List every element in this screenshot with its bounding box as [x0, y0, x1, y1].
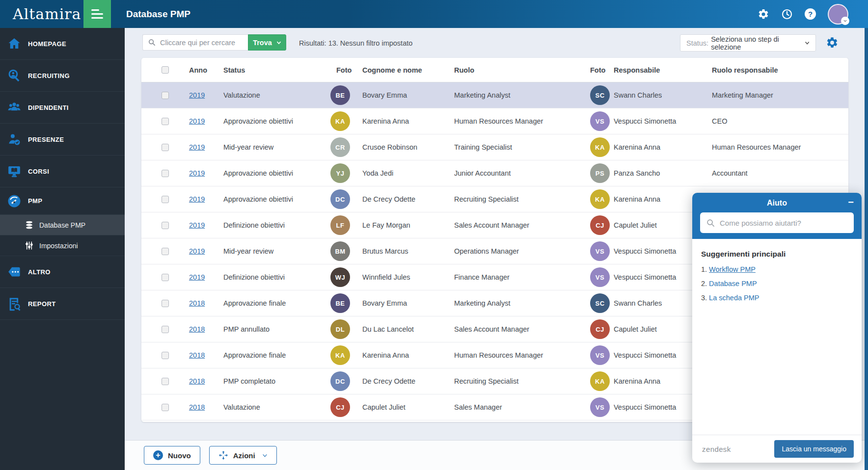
- column-header-ruolo-responsabile[interactable]: Ruolo responsabile: [712, 66, 848, 74]
- logo-area[interactable]: Altamira: [0, 0, 83, 28]
- app-window: Altamira Database PMP ? HOMEPAGE: [0, 0, 868, 470]
- toolbar: Cliccare qui per cercare Trova Risultati…: [125, 28, 868, 58]
- history-clock-icon[interactable]: [781, 8, 793, 20]
- anno-link[interactable]: 2019: [189, 273, 205, 281]
- status-filter-value: Seleziona uno step di selezione: [711, 35, 805, 51]
- table-row[interactable]: 2019 Valutazione BE Bovary Emma Marketin…: [141, 82, 848, 108]
- sidebar-item-altro[interactable]: ALTRO: [0, 256, 125, 288]
- row-checkbox[interactable]: [162, 274, 169, 281]
- employee-avatar: WJ: [330, 267, 350, 287]
- row-checkbox[interactable]: [162, 92, 169, 99]
- employee-name-cell: Karenina Anna: [362, 117, 454, 125]
- employee-avatar: BE: [330, 293, 350, 313]
- column-header-cognome[interactable]: Cognome e nome: [362, 66, 454, 74]
- anno-link[interactable]: 2019: [189, 91, 205, 99]
- employee-avatar: BM: [330, 241, 350, 261]
- status-cell: Mid-year review: [223, 143, 330, 151]
- row-checkbox[interactable]: [162, 404, 169, 411]
- column-header-anno[interactable]: Anno: [189, 66, 223, 74]
- status-cell: Valutazione: [223, 403, 330, 411]
- manager-avatar: KA: [590, 189, 610, 209]
- sidebar-item-corsi[interactable]: CORSI: [0, 156, 125, 187]
- manager-name-cell: Swann Charles: [614, 91, 712, 99]
- role-cell: Recruiting Specialist: [454, 195, 590, 203]
- column-header-foto2: Foto: [590, 66, 614, 74]
- column-header-status[interactable]: Status: [223, 66, 330, 74]
- leave-message-button[interactable]: Lascia un messaggio: [774, 440, 854, 458]
- row-checkbox[interactable]: [162, 300, 169, 307]
- actions-button[interactable]: Azioni: [209, 446, 277, 465]
- status-cell: Approvazione obiettivi: [223, 195, 330, 203]
- find-button[interactable]: Trova: [248, 34, 286, 51]
- sidebar-item-database-pmp[interactable]: Database PMP: [0, 215, 125, 235]
- anno-link[interactable]: 2019: [189, 247, 205, 255]
- sidebar-item-recruiting[interactable]: RECRUITING: [0, 60, 125, 92]
- suggestion-link-la-scheda-pmp[interactable]: La scheda PMP: [709, 294, 759, 302]
- sidebar-item-label: CORSI: [28, 168, 49, 175]
- employee-name-cell: Le Fay Morgan: [362, 221, 454, 229]
- anno-link[interactable]: 2018: [189, 403, 205, 411]
- row-checkbox[interactable]: [162, 352, 169, 359]
- column-header-responsabile[interactable]: Responsabile: [614, 66, 712, 74]
- sidebar-item-presenze[interactable]: PRESENZE: [0, 124, 125, 156]
- column-header-ruolo[interactable]: Ruolo: [454, 66, 590, 74]
- employee-name-cell: Bovary Emma: [362, 91, 454, 99]
- plus-icon: +: [153, 450, 163, 460]
- anno-link[interactable]: 2019: [189, 117, 205, 125]
- suggestion-link-database-pmp[interactable]: Database PMP: [709, 280, 757, 287]
- table-row[interactable]: 2019 Approvazione obiettivi YJ Yoda Jedi…: [141, 160, 848, 186]
- sidebar-item-impostazioni[interactable]: Impostazioni: [0, 235, 125, 256]
- page-scrollbar[interactable]: [865, 28, 868, 470]
- anno-link[interactable]: 2019: [189, 195, 205, 203]
- select-all-checkbox[interactable]: [162, 66, 169, 74]
- help-search-input[interactable]: Come possiamo aiutarti?: [700, 212, 854, 233]
- search-input[interactable]: Cliccare qui per cercare: [142, 34, 248, 51]
- suggestion-link-workflow-pmp[interactable]: Workflow PMP: [709, 265, 756, 273]
- sidebar-item-pmp[interactable]: PMP: [0, 187, 125, 215]
- sidebar-item-dipendenti[interactable]: DIPENDENTI: [0, 92, 125, 124]
- new-button[interactable]: + Nuovo: [144, 446, 200, 465]
- altamira-logo: Altamira: [13, 5, 81, 23]
- row-checkbox[interactable]: [162, 222, 169, 229]
- row-checkbox[interactable]: [162, 248, 169, 255]
- user-avatar[interactable]: [828, 4, 848, 25]
- row-checkbox[interactable]: [162, 118, 169, 125]
- employee-name-cell: Bovary Emma: [362, 299, 454, 307]
- minimize-icon[interactable]: −: [848, 197, 854, 208]
- sidebar-item-report[interactable]: REPORT: [0, 288, 125, 320]
- anno-link[interactable]: 2019: [189, 143, 205, 151]
- home-icon: [7, 36, 22, 51]
- row-checkbox[interactable]: [162, 326, 169, 333]
- table-row[interactable]: 2019 Mid-year review CR Crusoe Robinson …: [141, 134, 848, 160]
- anno-link[interactable]: 2019: [189, 221, 205, 229]
- anno-link[interactable]: 2019: [189, 169, 205, 177]
- sliders-icon: [25, 241, 34, 250]
- table-settings-gear-icon[interactable]: [826, 36, 839, 49]
- row-checkbox[interactable]: [162, 170, 169, 177]
- row-checkbox[interactable]: [162, 144, 169, 151]
- manager-name-cell: Vespucci Simonetta: [614, 117, 712, 125]
- row-checkbox[interactable]: [162, 196, 169, 203]
- anno-link[interactable]: 2018: [189, 299, 205, 307]
- role-cell: Marketing Analyst: [454, 299, 590, 307]
- table-row[interactable]: 2019 Approvazione obiettivi KA Karenina …: [141, 108, 848, 134]
- employee-avatar: DC: [330, 371, 350, 391]
- row-checkbox[interactable]: [162, 378, 169, 385]
- zendesk-logo: zendesk: [702, 445, 731, 453]
- status-filter-dropdown[interactable]: Status: Seleziona uno step di selezione: [680, 34, 816, 52]
- settings-gear-icon[interactable]: [758, 8, 769, 20]
- anno-link[interactable]: 2018: [189, 377, 205, 385]
- help-icon[interactable]: ?: [805, 8, 816, 20]
- employee-name-cell: Karenina Anna: [362, 351, 454, 359]
- role-cell: Finance Manager: [454, 273, 590, 281]
- sidebar-item-homepage[interactable]: HOMEPAGE: [0, 28, 125, 60]
- anno-link[interactable]: 2018: [189, 351, 205, 359]
- search-placeholder: Cliccare qui per cercare: [160, 39, 235, 47]
- suggestions-title: Suggerimenti principali: [701, 250, 853, 259]
- hamburger-menu-button[interactable]: [83, 0, 111, 28]
- hamburger-icon: [91, 9, 99, 11]
- manager-avatar: VS: [590, 267, 610, 287]
- status-cell: PMP annullato: [223, 325, 330, 333]
- employee-avatar: KA: [330, 345, 350, 365]
- anno-link[interactable]: 2018: [189, 325, 205, 333]
